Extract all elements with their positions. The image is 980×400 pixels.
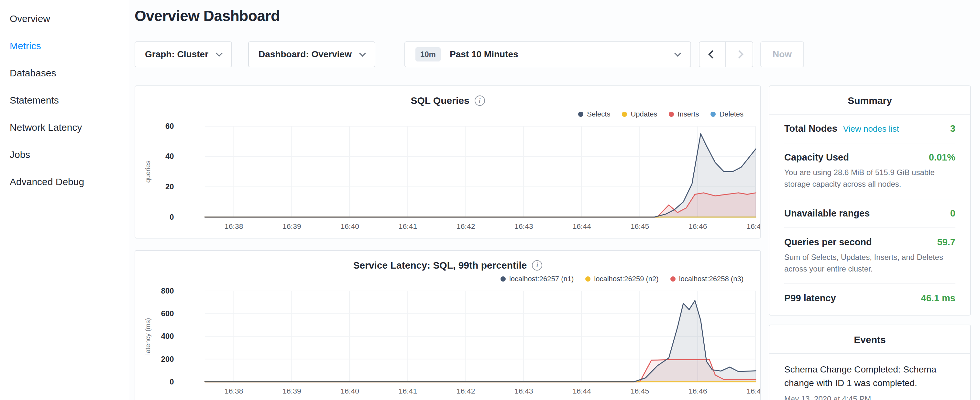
legend-dot-updates [622,112,627,117]
svg-text:latency (ms): latency (ms) [144,318,151,355]
legend-dot-n3 [670,276,676,282]
legend-item: localhost:26257 (n1) [501,275,574,283]
svg-text:600: 600 [161,309,174,318]
svg-text:16:46: 16:46 [689,386,707,395]
events-panel: Events Schema Change Completed: Schema c… [769,325,971,400]
svg-text:16:38: 16:38 [224,386,243,395]
now-button[interactable]: Now [760,41,804,67]
svg-text:16:47: 16:47 [746,222,760,230]
svg-text:16:46: 16:46 [689,222,707,230]
p99-latency-label: P99 latency [784,293,836,304]
info-icon[interactable]: i [475,96,485,106]
sidebar-item-overview[interactable]: Overview [10,5,129,32]
sql-queries-chart-card: SQL Queries i Selects Updates Inserts De… [135,85,761,239]
graph-scope-dropdown[interactable]: Graph: Cluster [135,41,232,67]
info-icon[interactable]: i [532,260,542,271]
sidebar-item-jobs[interactable]: Jobs [10,141,129,168]
svg-text:16:44: 16:44 [573,386,592,395]
sidebar: Overview Metrics Databases Statements Ne… [0,0,129,400]
unavailable-ranges-label: Unavailable ranges [784,208,870,219]
legend-label: localhost:26259 (n2) [594,275,659,283]
svg-text:40: 40 [165,152,174,161]
svg-text:60: 60 [165,122,174,131]
svg-text:16:39: 16:39 [282,222,301,230]
legend-item: Inserts [669,110,699,118]
svg-text:queries: queries [144,161,151,183]
p99-latency-value: 46.1 ms [921,293,955,304]
svg-text:16:42: 16:42 [457,222,475,230]
legend-item: Selects [578,110,610,118]
service-latency-legend: localhost:26257 (n1) localhost:26259 (n2… [135,275,760,283]
chart-title-service-latency: Service Latency: SQL, 99th percentile [353,260,527,271]
svg-text:400: 400 [161,332,174,341]
summary-p99-latency: P99 latency 46.1 ms [784,284,955,312]
chevron-left-icon [708,50,716,58]
chevron-down-icon [216,49,223,56]
capacity-description: You are using 28.6 MiB of 515.9 GiB usab… [784,167,955,190]
capacity-label: Capacity Used [784,152,849,163]
svg-text:200: 200 [161,354,174,363]
chevron-right-icon [735,50,743,58]
time-range-label: Past 10 Minutes [450,49,666,59]
unavailable-ranges-value: 0 [950,208,955,219]
summary-panel: Summary Total NodesView nodes list 3 Cap… [769,85,971,316]
legend-item: Updates [622,110,657,118]
main-content: Overview Dashboard Graph: Cluster Dashbo… [129,0,980,400]
qps-value: 59.7 [937,237,955,247]
sql-queries-legend: Selects Updates Inserts Deletes [135,110,760,118]
svg-text:0: 0 [170,213,174,222]
svg-text:16:47: 16:47 [746,386,760,395]
svg-text:16:43: 16:43 [514,222,533,230]
service-latency-chart: 16:3816:3916:4016:4116:4216:4316:4416:45… [135,284,760,397]
sidebar-item-databases[interactable]: Databases [10,59,129,87]
time-range-dropdown[interactable]: 10m Past 10 Minutes [404,41,691,67]
time-step-buttons [699,41,753,67]
legend-item: Deletes [711,110,743,118]
svg-text:16:41: 16:41 [399,386,417,395]
svg-text:16:39: 16:39 [282,386,301,395]
time-forward-button[interactable] [726,41,753,67]
service-latency-chart-card: Service Latency: SQL, 99th percentile i … [135,250,761,400]
svg-text:16:45: 16:45 [631,222,649,230]
charts-column: SQL Queries i Selects Updates Inserts De… [135,85,761,400]
svg-text:16:38: 16:38 [224,222,243,230]
summary-qps: Queries per second 59.7 Sum of Selects, … [784,228,955,284]
legend-item: localhost:26258 (n3) [670,275,743,283]
qps-label: Queries per second [784,237,872,247]
svg-text:16:41: 16:41 [399,222,417,230]
dashboard-dropdown[interactable]: Dashboard: Overview [248,41,375,67]
legend-label: Deletes [719,110,743,118]
legend-label: localhost:26257 (n1) [509,275,574,283]
controls-bar: Graph: Cluster Dashboard: Overview 10m P… [135,41,971,67]
total-nodes-value: 3 [950,123,955,134]
sql-queries-chart: 16:3816:3916:4016:4116:4216:4316:4416:45… [135,120,760,232]
legend-item: localhost:26259 (n2) [585,275,659,283]
chevron-down-icon [359,49,366,56]
chevron-down-icon [674,49,681,56]
svg-text:16:40: 16:40 [341,386,359,395]
right-column: Summary Total NodesView nodes list 3 Cap… [769,85,971,400]
svg-text:20: 20 [165,182,174,191]
time-range-badge: 10m [415,47,441,62]
view-nodes-list-link[interactable]: View nodes list [843,124,899,134]
legend-label: Updates [631,110,657,118]
legend-label: Inserts [678,110,699,118]
summary-title: Summary [769,86,970,115]
sidebar-item-advanced-debug[interactable]: Advanced Debug [10,168,129,196]
svg-text:0: 0 [170,377,174,386]
summary-capacity: Capacity Used 0.01% You are using 28.6 M… [784,143,955,199]
event-timestamp: May 13, 2020 at 4:45 PM [784,395,955,400]
sidebar-item-statements[interactable]: Statements [10,87,129,114]
event-message[interactable]: Schema Change Completed: Schema change w… [784,363,955,390]
sidebar-item-network-latency[interactable]: Network Latency [10,114,129,141]
legend-label: Selects [587,110,610,118]
legend-dot-inserts [669,112,674,117]
summary-total-nodes: Total NodesView nodes list 3 [784,115,955,143]
sidebar-item-metrics[interactable]: Metrics [10,32,129,59]
summary-unavailable-ranges: Unavailable ranges 0 [784,199,955,228]
page-title: Overview Dashboard [135,7,971,25]
capacity-value: 0.01% [929,152,955,163]
svg-text:16:43: 16:43 [514,386,533,395]
events-title: Events [769,325,970,354]
time-back-button[interactable] [699,41,726,67]
